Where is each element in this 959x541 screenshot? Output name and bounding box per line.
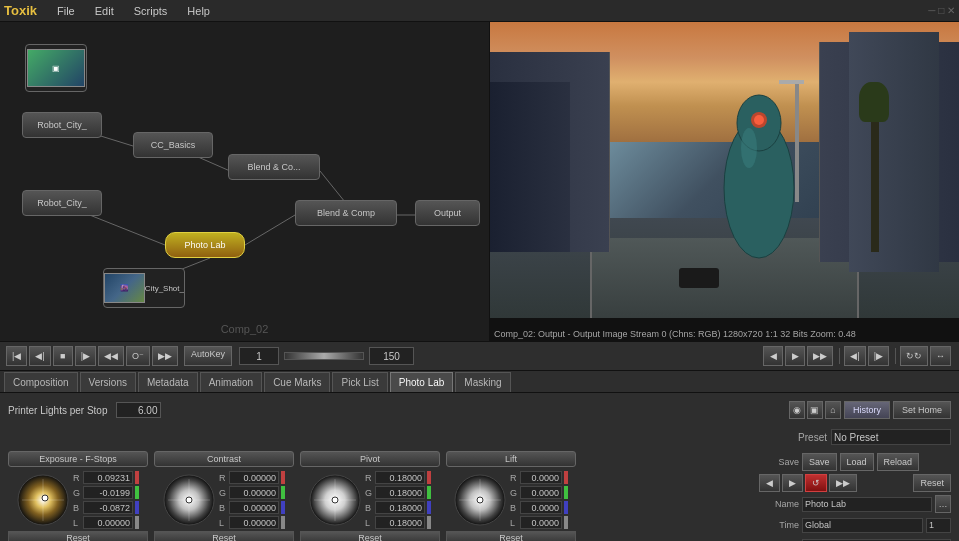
node-cc-basics[interactable]: CC_Basics: [133, 132, 213, 158]
transport-stop[interactable]: ■: [53, 346, 73, 366]
printer-lights-input[interactable]: [116, 402, 161, 418]
load-button[interactable]: Load: [840, 453, 874, 471]
reset-right-button[interactable]: Reset: [913, 474, 951, 492]
reload-button[interactable]: Reload: [877, 453, 920, 471]
svg-point-10: [754, 115, 764, 125]
menu-scripts[interactable]: Scripts: [130, 3, 172, 19]
timeline-slider[interactable]: [284, 352, 364, 360]
svg-point-19: [186, 497, 192, 503]
printer-lights-area: Printer Lights per Stop: [8, 402, 398, 418]
exposure-b[interactable]: [83, 501, 133, 514]
color-icon-home[interactable]: ⌂: [825, 401, 841, 419]
transport-to-start[interactable]: |◀: [6, 346, 27, 366]
tab-animation[interactable]: Animation: [200, 372, 262, 392]
viewer: Comp_02: Output - Output Image Stream 0 …: [490, 22, 959, 341]
node-blend-comp[interactable]: Blend & Comp: [295, 200, 397, 226]
tab-composition[interactable]: Composition: [4, 372, 78, 392]
node-blend-co[interactable]: Blend & Co...: [228, 154, 320, 180]
lift-b[interactable]: [520, 501, 562, 514]
transport-loop[interactable]: ↻↻: [900, 346, 928, 366]
transport-play[interactable]: ▶: [785, 346, 805, 366]
transport-next-key[interactable]: |▶: [75, 346, 96, 366]
contrast-l[interactable]: [229, 516, 279, 529]
menu-edit[interactable]: Edit: [91, 3, 118, 19]
transport-next-comp[interactable]: |▶: [868, 346, 889, 366]
history-button[interactable]: History: [844, 401, 890, 419]
name-extra[interactable]: …: [935, 495, 951, 513]
color-icon-2[interactable]: ▣: [807, 401, 823, 419]
arrow-down[interactable]: ↺: [805, 474, 827, 492]
node-city-shot[interactable]: 🌆 City_Shot_: [103, 268, 185, 308]
lift-b-bar: [564, 501, 568, 514]
exposure-reset[interactable]: Reset: [8, 531, 148, 541]
node-output[interactable]: Output: [415, 200, 480, 226]
node-graph[interactable]: ▣ Robot_City_ CC_Basics Blend & Co... Ro…: [0, 22, 490, 341]
contrast-label: Contrast: [154, 451, 294, 467]
contrast-r[interactable]: [229, 471, 279, 484]
exposure-r[interactable]: [83, 471, 133, 484]
pivot-reset[interactable]: Reset: [300, 531, 440, 541]
contrast-wheel[interactable]: [163, 474, 215, 526]
pivot-g-bar: [427, 486, 431, 499]
lift-wheel[interactable]: [454, 474, 506, 526]
contrast-g[interactable]: [229, 486, 279, 499]
exposure-label: Exposure - F-Stops: [8, 451, 148, 467]
exposure-g[interactable]: [83, 486, 133, 499]
pivot-l[interactable]: [375, 516, 425, 529]
window-controls[interactable]: ─ □ ✕: [928, 5, 955, 16]
name-input[interactable]: [802, 497, 932, 512]
pivot-wheel-group: Pivot: [300, 451, 440, 541]
menu-bar: Toxik File Edit Scripts Help ─ □ ✕: [0, 0, 959, 22]
frame-end-input[interactable]: [369, 347, 414, 365]
tab-versions[interactable]: Versions: [80, 372, 136, 392]
name-label: Name: [759, 499, 799, 509]
node-robot-city-2[interactable]: Robot_City_: [22, 190, 102, 216]
exposure-wheel[interactable]: [17, 474, 69, 526]
set-home-button[interactable]: Set Home: [893, 401, 951, 419]
lift-wheel-group: Lift: [446, 451, 576, 541]
lift-values: R G B: [510, 471, 568, 529]
arrow-right[interactable]: ▶: [782, 474, 803, 492]
pivot-b[interactable]: [375, 501, 425, 514]
arrow-left[interactable]: ◀: [759, 474, 780, 492]
save-button[interactable]: Save: [802, 453, 837, 471]
time-num-input[interactable]: [926, 518, 951, 533]
contrast-r-bar: [281, 471, 285, 484]
menu-help[interactable]: Help: [183, 3, 214, 19]
node-root[interactable]: ▣: [25, 44, 87, 92]
autokey-button[interactable]: AutoKey: [184, 346, 232, 366]
more-btn[interactable]: ▶▶: [829, 474, 857, 492]
pivot-g[interactable]: [375, 486, 425, 499]
transport-play-forward[interactable]: ▶▶: [807, 346, 833, 366]
pivot-r[interactable]: [375, 471, 425, 484]
lift-l[interactable]: [520, 516, 562, 529]
tab-pick-list[interactable]: Pick List: [332, 372, 387, 392]
transport-ping-pong[interactable]: ↔: [930, 346, 951, 366]
contrast-b[interactable]: [229, 501, 279, 514]
app-logo: Toxik: [4, 3, 37, 18]
transport-prev-key[interactable]: ◀|: [29, 346, 50, 366]
tab-metadata[interactable]: Metadata: [138, 372, 198, 392]
transport-play-reverse[interactable]: ◀: [763, 346, 783, 366]
tab-masking[interactable]: Masking: [455, 372, 510, 392]
transport-next-frame[interactable]: ▶▶: [152, 346, 178, 366]
tab-photo-lab[interactable]: Photo Lab: [390, 372, 454, 392]
right-side-panel: Save Save Load Reload ◀ ▶ ↺ ▶▶ Reset Nam…: [759, 451, 951, 541]
transport-prev-comp[interactable]: ◀|: [844, 346, 865, 366]
exposure-l[interactable]: [83, 516, 133, 529]
time-input[interactable]: [802, 518, 923, 533]
transport-prev-frame[interactable]: ◀◀: [98, 346, 124, 366]
transport-key-mode[interactable]: O⁻: [126, 346, 150, 366]
contrast-reset[interactable]: Reset: [154, 531, 294, 541]
pivot-wheel[interactable]: [309, 474, 361, 526]
node-robot-city-1[interactable]: Robot_City_: [22, 112, 102, 138]
lift-r[interactable]: [520, 471, 562, 484]
color-panel: Printer Lights per Stop ◉ ▣ ⌂ History Se…: [0, 393, 959, 541]
lift-g[interactable]: [520, 486, 562, 499]
menu-file[interactable]: File: [53, 3, 79, 19]
tab-cue-marks[interactable]: Cue Marks: [264, 372, 330, 392]
node-photo-lab[interactable]: Photo Lab: [165, 232, 245, 258]
frame-current-input[interactable]: [239, 347, 279, 365]
color-icon-1[interactable]: ◉: [789, 401, 805, 419]
lift-reset[interactable]: Reset: [446, 531, 576, 541]
